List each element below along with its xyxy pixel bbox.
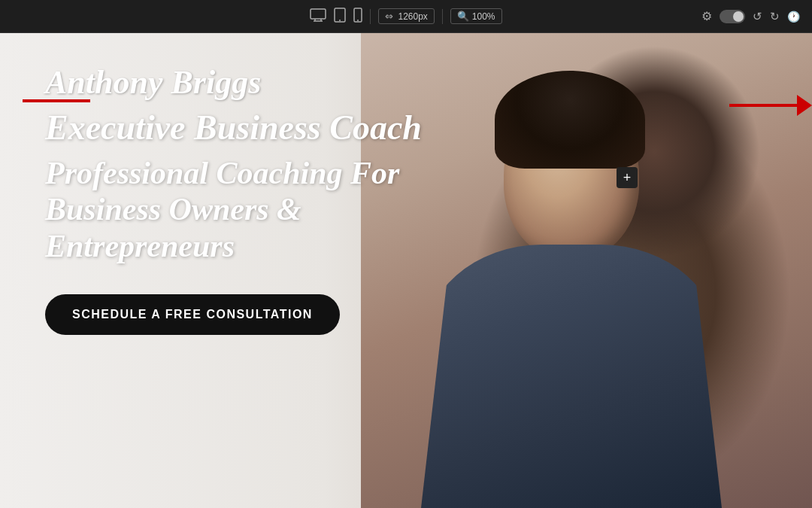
theme-toggle[interactable] xyxy=(720,10,745,23)
arrow-line xyxy=(729,104,797,107)
hero-description: Professional Coaching For Business Owner… xyxy=(45,155,451,264)
zoom-input[interactable]: 🔍 100% xyxy=(450,8,502,24)
toolbar: ⇔ 1260px 🔍 100% ⚙ ↺ ↻ 🕐 xyxy=(0,0,812,33)
toolbar-right: ⚙ ↺ ↻ 🕐 xyxy=(701,9,800,23)
device-icons: ⇔ 1260px 🔍 100% xyxy=(310,8,501,26)
size-value: 1260px xyxy=(398,11,427,22)
plus-icon: + xyxy=(623,171,632,184)
svg-point-7 xyxy=(357,20,359,21)
undo-right-icon[interactable]: ↻ xyxy=(770,10,780,23)
hero-content: Anthony Briggs Executive Business Coach … xyxy=(0,33,496,365)
zoom-icon: 🔍 xyxy=(457,11,469,22)
svg-rect-0 xyxy=(311,9,326,19)
mobile-icon[interactable] xyxy=(353,8,362,26)
tablet-icon[interactable] xyxy=(334,8,346,26)
separator xyxy=(370,9,371,24)
svg-point-5 xyxy=(339,20,341,21)
hero-title: Executive Business Coach xyxy=(45,108,451,148)
cta-button[interactable]: Schedule a Free Consultation xyxy=(45,294,340,335)
hero-name: Anthony Briggs xyxy=(45,63,451,102)
main-area: + Anthony Briggs Executive Business Coac… xyxy=(0,33,812,508)
settings-icon[interactable]: ⚙ xyxy=(701,9,712,23)
size-input[interactable]: ⇔ 1260px xyxy=(378,8,434,24)
arrow-head xyxy=(797,95,812,116)
separator2 xyxy=(442,9,443,24)
clock-icon[interactable]: 🕐 xyxy=(787,11,800,23)
resize-icon: ⇔ xyxy=(385,11,393,22)
desktop-icon[interactable] xyxy=(310,8,326,25)
deco-arrow-right xyxy=(729,95,812,116)
add-element-button[interactable]: + xyxy=(617,167,638,188)
zoom-value: 100% xyxy=(472,11,495,22)
undo-left-icon[interactable]: ↺ xyxy=(753,10,762,23)
